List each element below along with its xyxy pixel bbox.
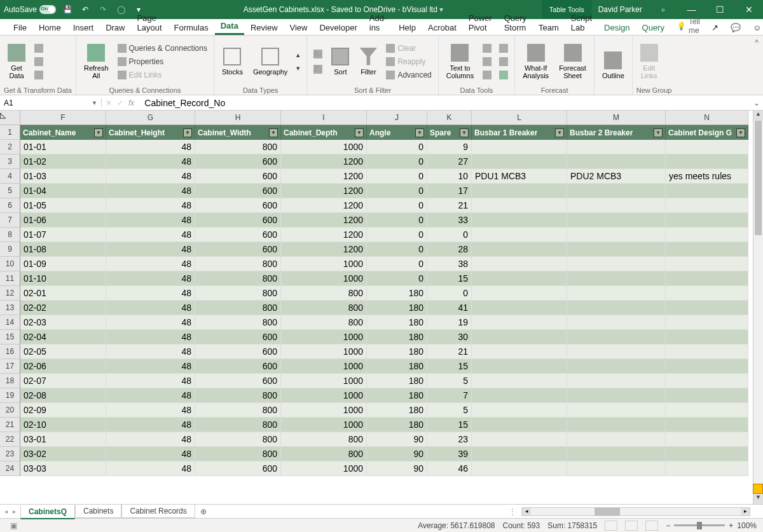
cell[interactable]: 48 (106, 447, 195, 461)
from-table-button[interactable] (32, 69, 46, 81)
cell[interactable]: 48 (106, 184, 195, 198)
cell[interactable] (666, 432, 748, 447)
redo-button[interactable]: ↷ (97, 3, 109, 16)
close-button[interactable]: ✕ (734, 0, 763, 19)
cell[interactable] (472, 154, 567, 169)
cell[interactable] (472, 359, 567, 374)
cell[interactable]: 02-03 (20, 315, 106, 330)
cell[interactable]: 48 (106, 271, 195, 286)
cell[interactable]: 03-01 (20, 432, 106, 447)
scroll-up-button[interactable]: ▲ (753, 111, 763, 121)
cell[interactable]: 03-03 (20, 461, 106, 476)
cell[interactable]: 0 (367, 228, 427, 242)
cell[interactable]: 48 (106, 228, 195, 242)
cell[interactable] (567, 388, 666, 403)
consolidate-button[interactable] (497, 42, 511, 55)
cell[interactable]: 15 (427, 359, 472, 374)
cell[interactable] (472, 461, 567, 476)
row-header[interactable]: 5 (0, 184, 20, 198)
cell[interactable]: 800 (281, 301, 367, 315)
cell[interactable]: 0 (427, 228, 472, 242)
filter-dropdown-icon[interactable]: ▾ (183, 128, 192, 137)
cell[interactable] (666, 242, 748, 257)
cell[interactable]: 48 (106, 432, 195, 447)
row-header[interactable]: 2 (0, 140, 20, 154)
cell[interactable]: 1000 (281, 344, 367, 359)
zoom-in-button[interactable]: + (729, 521, 733, 530)
comments-button[interactable]: 💬 (725, 20, 746, 35)
hscroll-thumb[interactable] (595, 508, 620, 515)
sheet-tab-cabinets[interactable]: Cabinets (75, 505, 121, 518)
undo-button[interactable]: ↶ (79, 3, 92, 16)
sort-az-button[interactable]: A↓ (311, 48, 325, 60)
cell[interactable]: 01-06 (20, 213, 106, 228)
column-header[interactable]: M (567, 111, 666, 125)
cell[interactable]: 800 (195, 388, 281, 403)
from-text-button[interactable] (32, 42, 46, 55)
row-header[interactable]: 4 (0, 169, 20, 184)
cell[interactable] (666, 403, 748, 418)
tab-design[interactable]: Design (598, 20, 635, 35)
cell[interactable] (567, 184, 666, 198)
fx-button[interactable]: fx (128, 99, 134, 107)
tab-script-lab[interactable]: Script Lab (565, 11, 598, 35)
cell[interactable]: 48 (106, 315, 195, 330)
cell[interactable]: 02-08 (20, 388, 106, 403)
cell[interactable]: 90 (367, 461, 427, 476)
cell[interactable] (567, 286, 666, 301)
cell[interactable] (472, 315, 567, 330)
cell[interactable]: 180 (367, 301, 427, 315)
sheet-nav-last[interactable]: ▸ (11, 508, 18, 515)
cell[interactable]: 28 (427, 242, 472, 257)
ribbon-options-button[interactable]: ▫ (649, 0, 677, 19)
cell[interactable] (666, 359, 748, 374)
cell[interactable]: 180 (367, 315, 427, 330)
tab-help[interactable]: Help (393, 20, 422, 35)
cell[interactable]: 02-02 (20, 301, 106, 315)
table-header-cell[interactable]: Cabinet Design G▾ (666, 125, 748, 140)
clear-filter-button[interactable]: Clear (383, 42, 434, 55)
cell[interactable]: 48 (106, 301, 195, 315)
column-header[interactable]: H (195, 111, 281, 125)
flash-fill-button[interactable] (480, 42, 494, 55)
sheet-tab-cabinet-records[interactable]: Cabinet Records (121, 505, 195, 518)
filter-dropdown-icon[interactable]: ▾ (460, 128, 469, 137)
cell[interactable]: 48 (106, 388, 195, 403)
cell[interactable] (666, 461, 748, 476)
tab-draw[interactable]: Draw (100, 20, 130, 35)
worksheet-grid[interactable]: ◺FGHIJKLMN1Cabinet_Name▾Cabinet_Height▾C… (0, 111, 763, 504)
tab-review[interactable]: Review (245, 20, 284, 35)
cell[interactable]: 01-03 (20, 169, 106, 184)
table-header-cell[interactable]: Angle▾ (367, 125, 427, 140)
reapply-button[interactable]: Reapply (383, 55, 434, 68)
name-box[interactable]: A1 ▼ (0, 99, 102, 107)
advanced-button[interactable]: Advanced (383, 69, 434, 81)
remove-dupes-button[interactable] (480, 55, 494, 68)
cell[interactable]: 48 (106, 198, 195, 213)
queries-connections-button[interactable]: Queries & Connections (115, 42, 210, 55)
cell[interactable]: 01-10 (20, 271, 106, 286)
manage-model-button[interactable] (497, 69, 511, 81)
cell[interactable]: 02-04 (20, 330, 106, 344)
cell[interactable]: 02-06 (20, 359, 106, 374)
cell[interactable]: 48 (106, 154, 195, 169)
tab-formulas[interactable]: Formulas (168, 20, 214, 35)
cell[interactable]: 180 (367, 403, 427, 418)
cell[interactable] (472, 184, 567, 198)
cell[interactable]: 180 (367, 359, 427, 374)
scroll-down-button[interactable]: ▼ (753, 494, 763, 504)
normal-view-button[interactable] (605, 521, 617, 531)
cell[interactable]: 600 (195, 184, 281, 198)
cell[interactable]: 800 (195, 286, 281, 301)
cell[interactable]: 0 (367, 213, 427, 228)
filter-button[interactable]: Filter (355, 39, 381, 84)
column-header[interactable]: L (472, 111, 567, 125)
cell[interactable]: 1200 (281, 213, 367, 228)
cell[interactable]: 800 (195, 271, 281, 286)
cell[interactable] (567, 344, 666, 359)
get-data-button[interactable]: Get Data (4, 39, 29, 84)
cell[interactable] (472, 301, 567, 315)
relationships-button[interactable] (497, 55, 511, 68)
cell[interactable]: 1000 (281, 374, 367, 388)
cell[interactable]: 1000 (281, 418, 367, 432)
